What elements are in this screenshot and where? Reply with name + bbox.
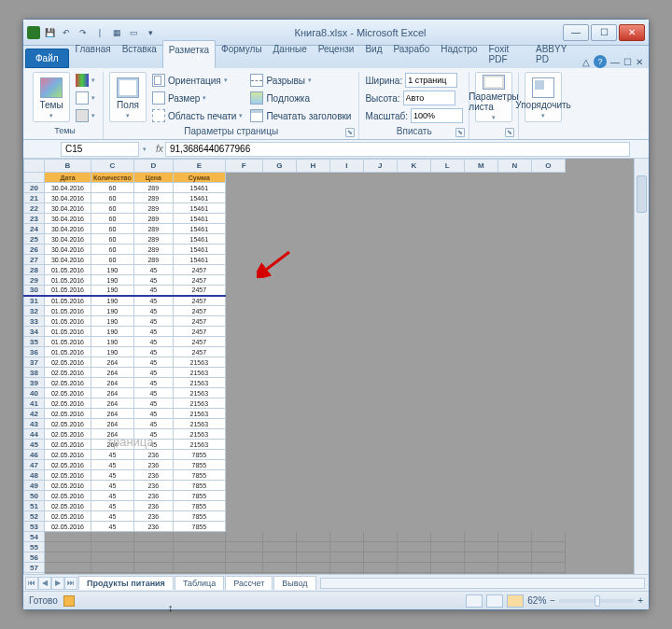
cell[interactable]: 45 [91, 481, 134, 491]
cell[interactable] [497, 542, 531, 552]
cell[interactable] [531, 542, 565, 552]
cell[interactable]: 15461 [173, 214, 225, 224]
cell[interactable]: 289 [133, 255, 173, 265]
cell[interactable]: 02.05.2016 [45, 460, 91, 470]
cell[interactable]: 45 [133, 265, 173, 275]
cell[interactable]: 45 [133, 357, 173, 368]
cell[interactable] [430, 563, 464, 573]
sheet-tab-1[interactable]: Таблица [175, 576, 224, 590]
row-header[interactable]: 23 [24, 214, 45, 224]
cell[interactable]: 45 [133, 327, 173, 337]
cell[interactable]: 45 [133, 337, 173, 347]
cell[interactable]: 21563 [173, 378, 225, 388]
cell[interactable]: 01.05.2016 [45, 327, 91, 337]
worksheet-area[interactable]: BCDEFGHIJKLMNOДатаКоличествоЦенаСумма203… [23, 159, 649, 574]
cell[interactable]: 264 [91, 440, 134, 450]
cell[interactable] [173, 573, 225, 575]
cell[interactable] [497, 563, 531, 573]
cell[interactable]: 236 [133, 470, 173, 481]
cell[interactable]: 264 [91, 409, 134, 419]
cell[interactable]: 190 [91, 296, 134, 306]
cell[interactable]: 2457 [173, 296, 225, 306]
cell[interactable]: 21563 [173, 388, 225, 398]
ribbon-tab-4[interactable]: Данные [268, 40, 313, 68]
col-header[interactable]: I [329, 160, 363, 173]
cell[interactable]: 45 [133, 275, 173, 286]
ribbon-tab-2[interactable]: Разметка [162, 40, 216, 68]
row-header[interactable]: 47 [24, 460, 45, 470]
row-header[interactable]: 30 [24, 286, 45, 296]
cell[interactable]: 21563 [173, 429, 225, 440]
row-header[interactable]: 37 [24, 357, 45, 368]
cell[interactable] [497, 552, 531, 563]
cell[interactable]: 289 [133, 214, 173, 224]
cell[interactable]: 02.05.2016 [45, 429, 91, 440]
cell[interactable] [225, 573, 262, 575]
cell[interactable] [397, 563, 430, 573]
cell[interactable] [173, 532, 225, 542]
qat-open-icon[interactable]: ▭ [126, 25, 141, 40]
cell[interactable] [225, 542, 262, 552]
print-titles-button[interactable]: Печатать заголовки [248, 107, 353, 124]
row-header[interactable]: 52 [24, 511, 45, 522]
cell[interactable]: 15461 [173, 183, 225, 193]
cell[interactable] [262, 563, 296, 573]
cell[interactable]: 21563 [173, 368, 225, 378]
cell[interactable]: 264 [91, 419, 134, 429]
row-header[interactable]: 31 [24, 296, 45, 306]
cell[interactable]: 236 [133, 450, 173, 460]
cell[interactable]: 45 [91, 470, 134, 481]
cell[interactable]: 60 [91, 224, 134, 234]
col-header[interactable]: H [296, 160, 329, 173]
cell[interactable]: 01.05.2016 [45, 286, 91, 296]
cell[interactable]: 45 [133, 398, 173, 409]
horizontal-scrollbar[interactable] [320, 578, 645, 589]
cell[interactable]: 30.04.2016 [45, 245, 91, 255]
cell[interactable] [91, 563, 134, 573]
row-header[interactable]: 53 [24, 522, 45, 532]
cell[interactable]: 264 [91, 378, 134, 388]
qat-undo-icon[interactable]: ↶ [59, 25, 74, 40]
row-header[interactable]: 20 [24, 183, 45, 193]
cell[interactable]: 60 [91, 245, 134, 255]
width-input[interactable] [405, 73, 457, 88]
qat-customize-icon[interactable]: ▾ [143, 25, 158, 40]
cell[interactable] [225, 552, 262, 563]
cell[interactable]: 190 [91, 327, 134, 337]
page-setup-launcher-icon[interactable]: ⬊ [345, 128, 355, 137]
background-button[interactable]: Подложка [248, 90, 353, 106]
cell[interactable]: 45 [133, 440, 173, 450]
qat-new-icon[interactable]: ▦ [109, 25, 124, 40]
cell[interactable] [329, 563, 363, 573]
cell[interactable]: 7855 [173, 460, 225, 470]
table-header-cell[interactable]: Дата [45, 173, 91, 183]
vertical-scrollbar[interactable] [634, 159, 649, 574]
row-header[interactable]: 48 [24, 470, 45, 481]
cell[interactable]: 2457 [173, 337, 225, 347]
row-header[interactable]: 32 [24, 306, 45, 316]
row-header[interactable]: 56 [24, 552, 45, 563]
ribbon-tab-8[interactable]: Надстро [435, 40, 483, 68]
theme-fonts-button[interactable]: ▾ [74, 90, 97, 106]
row-header[interactable]: 55 [24, 542, 45, 552]
cell[interactable] [133, 552, 173, 563]
orientation-button[interactable]: Ориентация▾ [150, 72, 245, 89]
cell[interactable]: 7855 [173, 501, 225, 511]
col-header[interactable]: G [262, 160, 296, 173]
cell[interactable]: 15461 [173, 245, 225, 255]
cell[interactable]: 289 [133, 193, 173, 203]
row-header[interactable]: 51 [24, 501, 45, 511]
cell[interactable] [363, 532, 397, 542]
scale-launcher-icon[interactable]: ⬊ [455, 128, 465, 137]
scroll-thumb[interactable] [637, 175, 647, 213]
cell[interactable]: 2457 [173, 327, 225, 337]
sheet-tab-0[interactable]: Продукты питания [78, 576, 174, 590]
cell[interactable]: 60 [91, 234, 134, 245]
cell[interactable]: 60 [91, 203, 134, 214]
cell[interactable] [464, 542, 497, 552]
cell[interactable]: 236 [133, 501, 173, 511]
cell[interactable]: 7855 [173, 511, 225, 522]
cell[interactable]: 190 [91, 347, 134, 357]
row-header[interactable]: 29 [24, 275, 45, 286]
sheet-nav-first-icon[interactable]: ⏮ [25, 577, 38, 590]
